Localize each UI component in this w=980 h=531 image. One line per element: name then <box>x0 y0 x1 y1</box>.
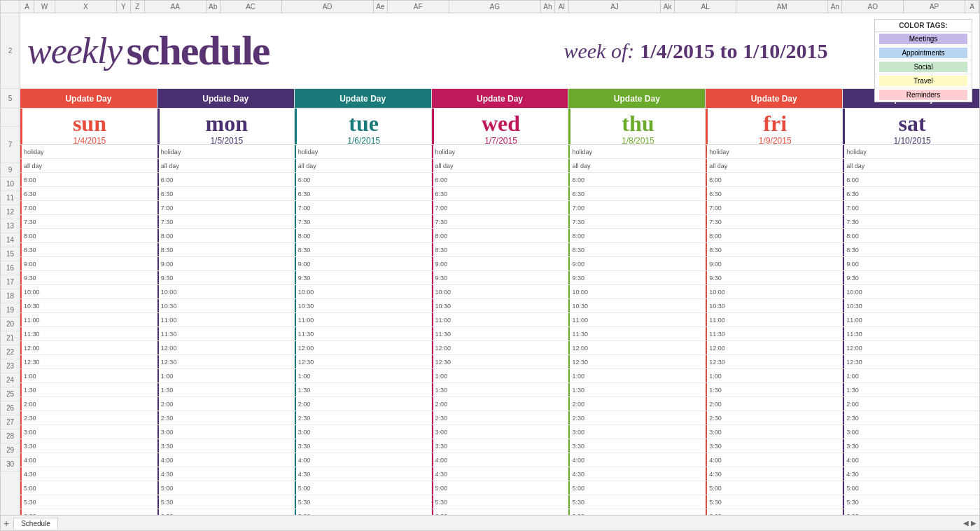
time-cell[interactable]: 3:30 <box>706 439 843 453</box>
time-cell[interactable]: 8:30 <box>568 243 706 256</box>
time-cell[interactable]: 10:30 <box>20 299 158 312</box>
time-cell[interactable]: 8:00 <box>20 229 158 242</box>
time-cell[interactable]: 2:30 <box>20 411 158 425</box>
time-cell[interactable]: 6:30 <box>20 187 158 200</box>
time-cell[interactable]: all day <box>295 159 432 172</box>
time-cell[interactable]: 1:00 <box>706 369 843 382</box>
time-cell[interactable]: 7:30 <box>20 215 158 228</box>
time-cell[interactable]: all day <box>158 159 295 172</box>
time-cell[interactable]: 1:30 <box>843 383 979 396</box>
update-day-thu-btn[interactable]: Update Day <box>568 89 705 108</box>
time-cell[interactable]: 6:00 <box>706 173 843 186</box>
time-cell[interactable]: 8:30 <box>843 243 979 256</box>
time-cell[interactable]: 3:30 <box>158 439 295 453</box>
time-cell[interactable]: 1:00 <box>20 369 158 382</box>
time-cell[interactable]: 11:30 <box>568 327 706 340</box>
time-cell[interactable]: 7:00 <box>706 201 843 214</box>
time-cell[interactable]: 6:30 <box>706 187 843 200</box>
time-cell[interactable]: 6:30 <box>568 187 706 200</box>
update-day-mon-btn[interactable]: Update Day <box>158 89 294 108</box>
time-cell[interactable]: 6:00 <box>295 173 432 186</box>
time-cell[interactable]: 3:30 <box>432 439 569 453</box>
time-cell[interactable]: 6:00 <box>843 173 979 186</box>
time-cell[interactable]: 1:00 <box>432 369 569 382</box>
time-cell[interactable]: 7:30 <box>843 215 979 228</box>
time-cell[interactable]: 11:30 <box>706 327 843 340</box>
time-cell[interactable]: 6:00 <box>295 509 432 515</box>
time-cell[interactable]: 9:00 <box>706 257 843 270</box>
update-day-tue-btn[interactable]: Update Day <box>295 89 431 108</box>
time-cell[interactable]: 5:30 <box>20 495 158 509</box>
time-cell[interactable]: 9:30 <box>568 271 706 284</box>
time-cell[interactable]: 11:30 <box>20 327 158 340</box>
update-day-mon[interactable]: Update Day <box>158 89 295 108</box>
time-cell[interactable]: 7:30 <box>568 215 706 228</box>
time-cell[interactable]: all day <box>568 159 706 172</box>
time-cell[interactable]: 5:30 <box>295 495 432 509</box>
time-cell[interactable]: 7:00 <box>568 201 706 214</box>
time-cell[interactable]: 9:00 <box>568 257 706 270</box>
time-cell[interactable]: 6:00 <box>20 173 158 186</box>
time-cell[interactable]: 2:00 <box>295 397 432 411</box>
time-cell[interactable]: 7:30 <box>706 215 843 228</box>
time-cell[interactable]: 2:00 <box>706 397 843 411</box>
time-cell[interactable]: 9:30 <box>432 271 569 284</box>
time-cell[interactable]: 7:30 <box>158 215 295 228</box>
time-cell[interactable]: 5:30 <box>432 495 569 509</box>
update-day-wed[interactable]: Update Day <box>432 89 569 108</box>
time-cell[interactable]: 9:00 <box>20 257 158 270</box>
time-cell[interactable]: 8:00 <box>706 229 843 242</box>
update-day-sun[interactable]: Update Day <box>20 89 158 108</box>
time-cell[interactable]: 8:00 <box>843 229 979 242</box>
time-cell[interactable]: holiday <box>295 145 432 158</box>
time-cell[interactable]: 9:30 <box>295 271 432 284</box>
time-cell[interactable]: 12:00 <box>20 341 158 354</box>
time-cell[interactable]: 12:00 <box>706 341 843 354</box>
time-cell[interactable]: 1:30 <box>295 383 432 396</box>
time-cell[interactable]: 1:00 <box>158 369 295 382</box>
time-cell[interactable]: all day <box>432 159 569 172</box>
time-cell[interactable]: 5:00 <box>843 481 979 495</box>
time-cell[interactable]: 3:00 <box>20 425 158 439</box>
time-cell[interactable]: 7:00 <box>295 201 432 214</box>
time-cell[interactable]: holiday <box>432 145 569 158</box>
time-cell[interactable]: 4:00 <box>706 453 843 467</box>
time-cell[interactable]: 12:00 <box>432 341 569 354</box>
time-cell[interactable]: 3:00 <box>706 425 843 439</box>
time-cell[interactable]: 12:30 <box>843 355 979 368</box>
time-cell[interactable]: 2:30 <box>295 411 432 425</box>
time-cell[interactable]: 11:30 <box>158 327 295 340</box>
time-cell[interactable]: 10:30 <box>158 299 295 312</box>
time-cell[interactable]: 10:00 <box>843 285 979 298</box>
time-cell[interactable]: 3:00 <box>843 425 979 439</box>
time-cell[interactable]: 6:00 <box>568 173 706 186</box>
time-cell[interactable]: 2:00 <box>568 397 706 411</box>
update-day-tue[interactable]: Update Day <box>295 89 432 108</box>
time-cell[interactable]: 4:00 <box>158 453 295 467</box>
time-cell[interactable]: 3:00 <box>568 425 706 439</box>
time-cell[interactable]: 8:00 <box>432 229 569 242</box>
time-cell[interactable]: 6:00 <box>20 509 158 515</box>
update-day-fri[interactable]: Update Day <box>706 89 843 108</box>
time-cell[interactable]: 12:30 <box>706 355 843 368</box>
time-cell[interactable]: 2:30 <box>158 411 295 425</box>
time-cell[interactable]: holiday <box>706 145 843 158</box>
time-cell[interactable]: 4:00 <box>432 453 569 467</box>
time-cell[interactable]: 10:30 <box>295 299 432 312</box>
time-cell[interactable]: 5:00 <box>295 481 432 495</box>
time-cell[interactable]: 10:00 <box>568 285 706 298</box>
time-cell[interactable]: 5:00 <box>568 481 706 495</box>
time-cell[interactable]: 2:30 <box>706 411 843 425</box>
time-cell[interactable]: 3:00 <box>295 425 432 439</box>
time-cell[interactable]: 8:00 <box>158 229 295 242</box>
update-day-thu[interactable]: Update Day <box>568 89 706 108</box>
time-cell[interactable]: 12:00 <box>568 341 706 354</box>
time-cell[interactable]: 7:30 <box>295 215 432 228</box>
time-cell[interactable]: 5:00 <box>706 481 843 495</box>
time-cell[interactable]: 7:00 <box>20 201 158 214</box>
time-cell[interactable]: 5:00 <box>158 481 295 495</box>
time-cell[interactable]: 9:30 <box>706 271 843 284</box>
time-cell[interactable]: 1:00 <box>843 369 979 382</box>
time-cell[interactable]: 4:30 <box>295 467 432 481</box>
time-cell[interactable]: 11:00 <box>706 313 843 326</box>
